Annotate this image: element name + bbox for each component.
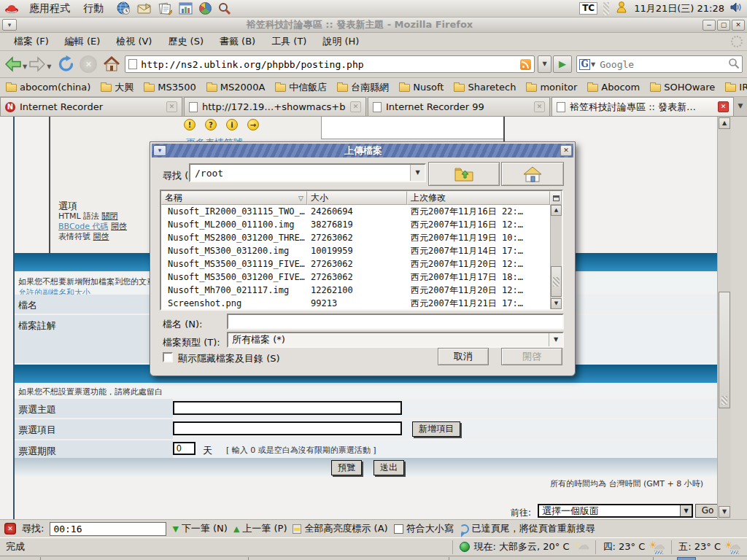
bookmark-item[interactable]: MS3500 (144, 82, 196, 93)
back-dropdown-icon[interactable]: ▼ (23, 63, 27, 70)
close-button[interactable]: ✕ (732, 20, 745, 31)
applet-drag-handle[interactable] (603, 2, 609, 15)
cancel-button[interactable]: 取消 (438, 348, 489, 365)
preview-button[interactable]: 預覽 (331, 460, 362, 475)
dialog-close-icon[interactable]: ✕ (560, 145, 572, 156)
file-row[interactable]: Nusoft_MS2800_031200_THRE… 27263062 西元20… (161, 231, 562, 244)
tab-close-icon[interactable]: ✕ (166, 101, 177, 112)
bookmark-item[interactable]: Sharetech (454, 82, 516, 93)
actions-menu[interactable]: 行動 (80, 2, 107, 15)
tab-list-dropdown-icon[interactable]: ▼ (735, 98, 746, 114)
chart-app-icon[interactable] (179, 2, 193, 15)
bookmark-item[interactable]: SOHOware (650, 82, 715, 93)
url-bar[interactable] (125, 55, 535, 73)
bookmark-item[interactable]: MS2000A (206, 82, 265, 93)
dialog-titlebar[interactable]: ▾ 上傳檔案 ✕ (152, 144, 573, 158)
piechart-icon[interactable] (199, 2, 212, 15)
weather-friday[interactable]: 五: 23° C ☀☁ (671, 540, 747, 554)
menubar-item[interactable]: 檢視 (V) (108, 35, 160, 48)
menubar-item[interactable]: 書籤 (B) (212, 35, 263, 48)
menubar-item[interactable]: 歷史 (S) (160, 35, 212, 48)
back-button[interactable]: ▼ (4, 56, 28, 72)
open-button[interactable]: 開啓 (501, 348, 562, 365)
find-next-button[interactable]: ▼ 下一筆 (N) (172, 522, 227, 535)
tab-close-icon[interactable]: ✕ (350, 101, 361, 112)
tab-close-icon[interactable]: ✕ (534, 101, 545, 112)
window-titlebar[interactable]: ▾ 裕笠科技討論專區 :: 發表新主題 - Mozilla Firefox − … (0, 18, 747, 33)
select-arrow-icon[interactable]: ▼ (680, 505, 692, 516)
home-button[interactable] (103, 56, 120, 72)
taskbar-strip[interactable] (0, 556, 747, 560)
search-input[interactable] (597, 59, 728, 70)
forward-dropdown-icon[interactable]: ▼ (47, 63, 51, 70)
match-case-checkbox[interactable] (394, 524, 403, 534)
tab[interactable]: 裕笠科技討論專區 :: 發表新… ✕ (551, 97, 734, 116)
tab-close-icon[interactable]: ✕ (718, 101, 729, 112)
show-hidden-checkbox[interactable] (163, 352, 173, 362)
menubar-item[interactable]: 檔案 (F) (6, 35, 57, 48)
window-menu-button[interactable]: ▾ (2, 19, 17, 31)
file-row[interactable]: Nusoft_ML2000_011100.img 38276819 西元2007… (161, 218, 562, 231)
filetype-combo[interactable]: 所有檔案 (*) ▼ (227, 332, 564, 348)
forum-select[interactable]: 選擇一個版面 ▼ (538, 504, 693, 518)
browser-scrollbar[interactable]: ▲ ▼ (717, 117, 731, 519)
list-scrollbar-thumb[interactable] (551, 266, 562, 297)
file-row[interactable]: Nusoft_Mh700_021117.img 12262100 西元2007年… (161, 284, 562, 297)
file-row[interactable]: Screenshot.png 99213 西元2007年11月21日 17:… (161, 297, 562, 309)
go-arrow-button[interactable]: ▶ (553, 55, 572, 73)
go-button[interactable]: Go (695, 504, 720, 518)
poll-option-input[interactable] (173, 421, 402, 435)
file-row[interactable]: Nusoft_MS300_031200.img 10019959 西元2007年… (161, 244, 562, 257)
url-dropdown-button[interactable]: ▼ (538, 55, 551, 73)
column-header-size[interactable]: 大小 (307, 191, 407, 205)
rss-icon[interactable] (520, 59, 531, 70)
file-row[interactable]: Nusoft_MS3500_031200_FIVE… 27263062 西元20… (161, 271, 562, 284)
dialog-menu-button[interactable]: ▾ (153, 145, 166, 156)
search-box[interactable]: G ▼ (576, 55, 743, 73)
home-directory-button[interactable] (501, 162, 564, 186)
engine-dropdown-icon[interactable]: ▼ (591, 61, 595, 68)
taskbar-active-window[interactable] (677, 557, 696, 560)
tab[interactable]: http://172.19…+showmacs+br0 ✕ (184, 97, 366, 116)
tab[interactable]: Internet Recorder 99 ✕ (368, 97, 550, 116)
minimize-button[interactable]: − (703, 20, 716, 31)
file-row[interactable]: Nusoft_MS3500_031119_FIVE… 27263062 西元20… (161, 257, 562, 271)
panel-clock[interactable]: 11月21日(三) 21:28 (634, 2, 724, 15)
smiley-icon[interactable]: ! (184, 119, 196, 131)
filetype-dropdown-icon[interactable]: ▼ (549, 333, 562, 346)
scrollbar-thumb[interactable] (719, 292, 730, 408)
applications-menu[interactable]: 應用程式 (26, 2, 73, 15)
bookmark-item[interactable]: monitor (526, 82, 577, 93)
message-textarea[interactable] (321, 117, 503, 139)
search-magnifier-icon[interactable] (728, 58, 740, 71)
redhat-menu-icon[interactable] (4, 3, 19, 15)
location-dropdown-icon[interactable]: ▼ (410, 165, 425, 181)
bookmark-item[interactable]: Nusoft (399, 82, 444, 93)
menubar-item[interactable]: 編輯 (E) (57, 35, 109, 48)
list-scroll-up-icon[interactable]: ▲ (551, 205, 562, 216)
smiley-icon[interactable]: i (226, 119, 238, 131)
url-input[interactable] (141, 59, 520, 70)
input-method-indicator[interactable]: TC (579, 2, 597, 15)
column-options-button[interactable] (550, 191, 562, 205)
bookmark-item[interactable]: 大興 (101, 81, 133, 94)
file-row[interactable]: Nusoft_IR2000_031115_TWO_… 24260694 西元20… (161, 205, 562, 218)
submit-button[interactable]: 送出 (374, 460, 404, 475)
notes-icon[interactable] (158, 2, 172, 15)
stop-button[interactable]: ✕ (80, 55, 97, 73)
poll-topic-input[interactable] (173, 401, 402, 415)
scroll-up-icon[interactable]: ▲ (719, 117, 730, 129)
web-browser-icon[interactable] (117, 1, 131, 15)
findbar-close-icon[interactable]: ✕ (4, 523, 16, 534)
search-tool-icon[interactable] (218, 2, 231, 15)
weather-current[interactable]: 現在: 大部多云, 20° C ☀☁ (452, 540, 595, 554)
find-input[interactable] (50, 522, 166, 536)
list-scroll-down-icon[interactable]: ▼ (551, 298, 562, 309)
column-header-name[interactable]: 名稱▽ (161, 191, 307, 205)
location-combo[interactable]: /root ▼ (189, 163, 426, 182)
up-directory-button[interactable] (428, 162, 500, 186)
weather-thursday[interactable]: 四: 23° C ☀☁ (595, 540, 671, 554)
scim-user-icon[interactable] (615, 1, 628, 16)
forward-button[interactable]: ▼ (28, 56, 53, 72)
add-option-button[interactable]: 新增項目 (412, 421, 460, 437)
